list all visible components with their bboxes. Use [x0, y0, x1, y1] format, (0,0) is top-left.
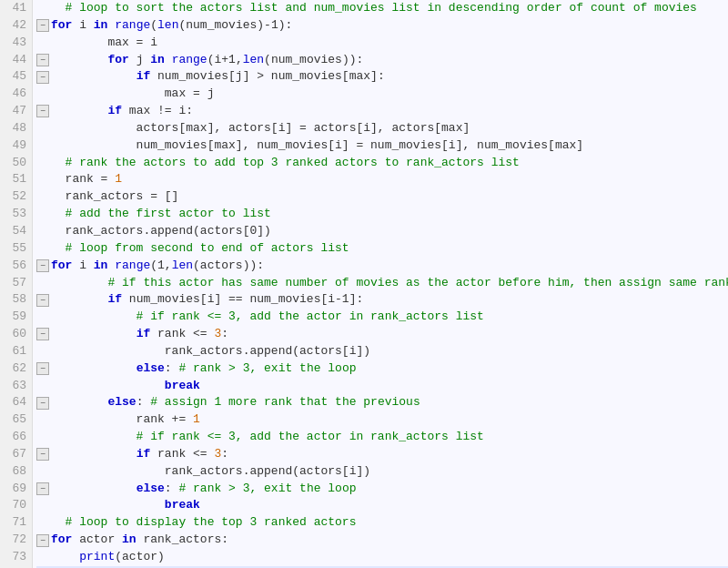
line-number-66: 66 [5, 429, 26, 446]
code-line-66: − else: # rank > 3, exit the loop [36, 360, 728, 378]
fold-icon-45[interactable]: − [36, 54, 49, 66]
code-text-70: # if rank <= 3, add the actor in rank_ac… [51, 429, 484, 446]
line-number-42: 42 [5, 17, 26, 35]
line-number-63: 63 [5, 378, 26, 395]
code-line-56: rank_actors = [] [36, 188, 728, 206]
code-line-72: rank_actors.append(actors[i]) [36, 463, 728, 481]
line-number-56: 56 [5, 258, 26, 275]
line-number-51: 51 [5, 171, 26, 188]
line-number-43: 43 [5, 35, 26, 52]
line-number-54: 54 [5, 223, 26, 240]
code-text-78: print(actor) [51, 549, 165, 566]
code-text-51: num_movies[max], num_movies[i] = num_mov… [51, 137, 583, 155]
fold-icon-43[interactable]: − [36, 19, 49, 32]
fold-icon-46[interactable]: − [36, 71, 49, 84]
fold-icon-62[interactable]: − [36, 294, 49, 307]
line-number-50: 50 [5, 155, 26, 172]
code-text-57: # add the first actor to list [51, 206, 271, 223]
code-line-64: − if rank <= 3: [36, 326, 728, 343]
code-line-73: − else: # rank > 3, exit the loop [36, 481, 728, 498]
code-line-68: − else: # assign 1 more rank that the pr… [36, 394, 728, 411]
code-line-51: num_movies[max], num_movies[i] = num_mov… [36, 137, 728, 155]
code-text-58: rank_actors.append(actors[0]) [51, 223, 271, 240]
code-text-61: # if this actor has same number of movie… [51, 275, 728, 292]
line-number-59: 59 [5, 309, 26, 326]
line-number-41: 41 [5, 0, 26, 17]
fold-icon-77[interactable]: − [36, 534, 49, 547]
code-text-41: # loop to sort the actors list and num_m… [51, 0, 697, 17]
code-line-70: # if rank <= 3, add the actor in rank_ac… [36, 429, 728, 446]
code-line-67: break [36, 378, 728, 395]
line-number-67: 67 [5, 446, 26, 463]
code-line-45: − for j in range(i+1,len(num_movies)): [36, 52, 728, 69]
fold-icon-66[interactable]: − [36, 362, 49, 375]
code-text-60: for i in range(1,len(actors)): [51, 258, 264, 275]
line-number-47: 47 [5, 103, 26, 120]
code-line-49: − if max != i: [36, 103, 728, 120]
line-number-64: 64 [5, 394, 26, 411]
line-number-60: 60 [5, 326, 26, 343]
code-line-76: # loop to display the top 3 ranked actor… [36, 514, 728, 532]
code-content[interactable]: # loop to sort the actors list and num_m… [33, 0, 728, 568]
line-number-69: 69 [5, 481, 26, 498]
code-line-55: rank = 1 [36, 171, 728, 188]
line-number-57: 57 [5, 275, 26, 292]
code-text-72: rank_actors.append(actors[i]) [51, 463, 370, 481]
code-text-77: for actor in rank_actors: [51, 532, 228, 549]
fold-icon-68[interactable]: − [36, 397, 49, 410]
code-editor[interactable]: 4142434445464748495051525354555657585960… [0, 0, 728, 568]
code-text-63: # if rank <= 3, add the actor in rank_ac… [51, 309, 484, 326]
fold-icon-60[interactable]: − [36, 259, 49, 272]
code-text-59: # loop from second to end of actors list [51, 240, 349, 258]
code-text-54: # rank the actors to add top 3 ranked ac… [51, 155, 520, 172]
code-text-46: if num_movies[j] > num_movies[max]: [51, 68, 385, 86]
code-text-50: actors[max], actors[i] = actors[i], acto… [51, 120, 470, 137]
code-line-65: rank_actors.append(actors[i]) [36, 343, 728, 360]
line-number-49: 49 [5, 137, 26, 155]
code-line-71: − if rank <= 3: [36, 446, 728, 463]
code-text-62: if num_movies[i] == num_movies[i-1]: [51, 291, 363, 309]
line-number-73: 73 [5, 549, 26, 566]
line-number-44: 44 [5, 52, 26, 69]
fold-icon-49[interactable]: − [36, 105, 49, 117]
code-text-71: if rank <= 3: [51, 446, 228, 463]
line-number-61: 61 [5, 343, 26, 360]
code-line-60: −for i in range(1,len(actors)): [36, 258, 728, 275]
fold-icon-71[interactable]: − [36, 448, 49, 461]
code-line-46: − if num_movies[j] > num_movies[max]: [36, 68, 728, 86]
line-number-45: 45 [5, 68, 26, 86]
code-line-47: max = j [36, 86, 728, 103]
code-line-59: # loop from second to end of actors list [36, 240, 728, 258]
code-line-61: # if this actor has same number of movie… [36, 275, 728, 292]
line-number-68: 68 [5, 463, 26, 481]
line-number-48: 48 [5, 120, 26, 137]
fold-icon-73[interactable]: − [36, 482, 49, 495]
code-line-43: −for i in range(len(num_movies)-1): [36, 17, 728, 35]
line-number-71: 71 [5, 514, 26, 532]
line-number-52: 52 [5, 188, 26, 206]
code-line-54: # rank the actors to add top 3 ranked ac… [36, 155, 728, 172]
code-text-69: rank += 1 [51, 411, 200, 429]
code-text-67: break [51, 378, 200, 395]
code-text-76: # loop to display the top 3 ranked actor… [51, 514, 356, 532]
code-text-64: if rank <= 3: [51, 326, 228, 343]
line-numbers: 4142434445464748495051525354555657585960… [0, 0, 33, 568]
code-line-57: # add the first actor to list [36, 206, 728, 223]
code-text-43: for i in range(len(num_movies)-1): [51, 17, 292, 35]
code-line-63: # if rank <= 3, add the actor in rank_ac… [36, 309, 728, 326]
code-line-77: −for actor in rank_actors: [36, 532, 728, 549]
line-number-65: 65 [5, 411, 26, 429]
code-line-69: rank += 1 [36, 411, 728, 429]
line-number-72: 72 [5, 532, 26, 549]
line-number-58: 58 [5, 291, 26, 309]
fold-icon-64[interactable]: − [36, 328, 49, 340]
code-text-73: else: # rank > 3, exit the loop [51, 481, 357, 498]
code-line-62: − if num_movies[i] == num_movies[i-1]: [36, 291, 728, 309]
line-number-55: 55 [5, 240, 26, 258]
code-text-45: for j in range(i+1,len(num_movies)): [51, 52, 363, 69]
line-number-62: 62 [5, 360, 26, 378]
code-line-50: actors[max], actors[i] = actors[i], acto… [36, 120, 728, 137]
code-text-74: break [51, 497, 200, 514]
code-text-47: max = j [51, 86, 214, 103]
code-text-65: rank_actors.append(actors[i]) [51, 343, 370, 360]
